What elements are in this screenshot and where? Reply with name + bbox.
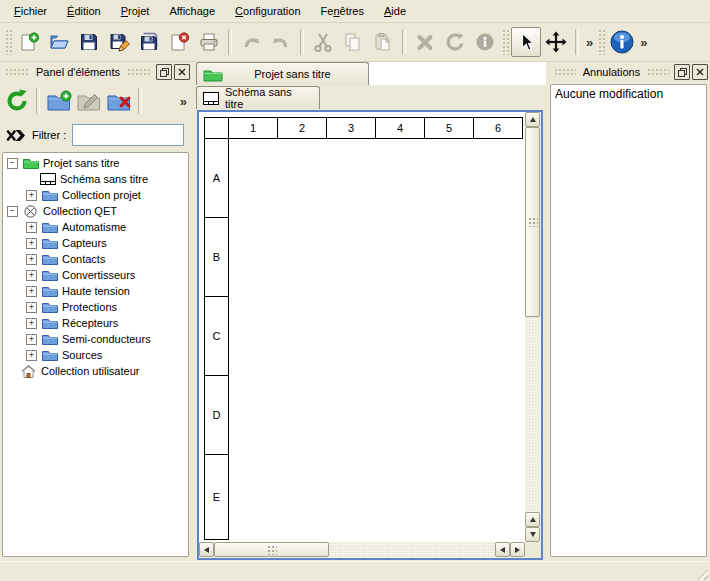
collapse-expander-icon[interactable]: −: [7, 158, 18, 169]
menu-aide[interactable]: Aide: [374, 2, 416, 20]
undo-panel-titlebar[interactable]: Annulations: [549, 62, 710, 82]
float-panel-button[interactable]: [156, 64, 172, 80]
vertical-scrollbar-thumb[interactable]: [525, 127, 540, 317]
horizontal-scrollbar[interactable]: [199, 542, 525, 558]
horizontal-scrollbar-thumb[interactable]: [214, 542, 329, 557]
scroll-left-button[interactable]: [495, 542, 510, 557]
tree-item-recepteurs[interactable]: +Récepteurs: [3, 315, 188, 331]
expand-expander-icon[interactable]: +: [26, 270, 37, 281]
close-panel-button[interactable]: [174, 64, 190, 80]
menu-edition[interactable]: Édition: [57, 2, 111, 20]
resize-grip[interactable]: [695, 567, 708, 580]
menu-fichier[interactable]: Fichier: [4, 2, 57, 20]
menu-affichage[interactable]: Affichage: [159, 2, 225, 20]
expand-expander-icon[interactable]: +: [26, 222, 37, 233]
cut-button[interactable]: [308, 27, 338, 57]
undo-list-item[interactable]: Aucune modification: [551, 85, 706, 103]
panel-toolbar-extension-button[interactable]: »: [177, 94, 190, 109]
expand-expander-icon[interactable]: +: [26, 318, 37, 329]
scroll-left-button[interactable]: [199, 542, 214, 557]
qelectrotech-window: { "menubar": { "items": [ {"label": "Fic…: [0, 0, 710, 581]
information-button[interactable]: [470, 27, 500, 57]
scroll-up-button[interactable]: [525, 512, 540, 527]
undo-button[interactable]: [236, 27, 266, 57]
toolbar-separator: [228, 29, 232, 55]
expand-expander-icon[interactable]: +: [26, 254, 37, 265]
vertical-scrollbar[interactable]: [525, 112, 541, 542]
expand-expander-icon[interactable]: +: [26, 238, 37, 249]
tree-item-haute-tension[interactable]: +Haute tension: [3, 283, 188, 299]
save-all-icon: [138, 31, 160, 53]
schema-view[interactable]: 123456 ABCDE: [197, 110, 543, 560]
tab-projet-sans-titre[interactable]: Projet sans titre: [196, 62, 369, 85]
scroll-down-button[interactable]: [525, 527, 540, 542]
clear-filter-icon[interactable]: [6, 128, 26, 143]
undo-list[interactable]: Aucune modification: [550, 84, 707, 557]
toolbar-drag-handle[interactable]: [502, 29, 509, 55]
close-panel-button[interactable]: [692, 64, 708, 80]
undo-panel-dock: Annulations Aucune modification: [549, 62, 710, 560]
folder-delete-icon: [106, 89, 132, 113]
new-category-button[interactable]: [44, 86, 74, 116]
schema-canvas[interactable]: 123456 ABCDE: [199, 112, 541, 558]
delete-button[interactable]: [410, 27, 440, 57]
new-document-button[interactable]: [14, 27, 44, 57]
tree-item-collection-projet[interactable]: +Collection projet: [3, 187, 188, 203]
print-button[interactable]: [194, 27, 224, 57]
menu-configuration[interactable]: Configuration: [225, 2, 310, 20]
tree-item-contacts[interactable]: +Contacts: [3, 251, 188, 267]
tree-item-capteurs[interactable]: +Capteurs: [3, 235, 188, 251]
expand-expander-icon[interactable]: +: [26, 286, 37, 297]
column-header-4: 4: [375, 117, 425, 139]
tree-item-automatisme[interactable]: +Automatisme: [3, 219, 188, 235]
tab-schema-sans-titre[interactable]: Schéma sans titre: [196, 86, 320, 109]
scroll-up-button[interactable]: [525, 112, 540, 127]
horizontal-scrollbar-track[interactable]: [329, 542, 495, 558]
tree-item-schema-sans-titre[interactable]: Schéma sans titre: [3, 171, 188, 187]
toolbar-separator: [36, 88, 40, 114]
redo-button[interactable]: [266, 27, 296, 57]
copy-button[interactable]: [338, 27, 368, 57]
edit-category-button[interactable]: [74, 86, 104, 116]
filter-input[interactable]: [72, 124, 184, 146]
toolbar-extension-button[interactable]: »: [637, 35, 650, 50]
scroll-right-button[interactable]: [510, 542, 525, 557]
save-all-button[interactable]: [134, 27, 164, 57]
rotate-button[interactable]: [440, 27, 470, 57]
reload-collections-button[interactable]: [2, 86, 32, 116]
dock-grip-texture: [127, 68, 151, 76]
save-as-icon: [108, 31, 130, 53]
elements-panel-titlebar[interactable]: Panel d'éléments: [0, 62, 192, 82]
expand-expander-icon[interactable]: +: [26, 302, 37, 313]
float-panel-button[interactable]: [674, 64, 690, 80]
selection-arrow-button[interactable]: [511, 27, 541, 57]
tree-item-semi-conducteurs[interactable]: +Semi-conducteurs: [3, 331, 188, 347]
menu-projet[interactable]: Projet: [111, 2, 160, 20]
tree-item-collection-utilisateur[interactable]: Collection utilisateur: [3, 363, 188, 379]
elements-tree[interactable]: −Projet sans titreSchéma sans titre+Coll…: [2, 152, 189, 557]
tree-item-convertisseurs[interactable]: +Convertisseurs: [3, 267, 188, 283]
save-button[interactable]: [74, 27, 104, 57]
vertical-scrollbar-track[interactable]: [525, 317, 541, 512]
toolbar-drag-handle[interactable]: [5, 29, 12, 55]
expand-expander-icon[interactable]: +: [26, 350, 37, 361]
undo-icon: [240, 31, 262, 53]
tree-item-collection-qet[interactable]: −Collection QET: [3, 203, 188, 219]
tree-item-projet-sans-titre[interactable]: −Projet sans titre: [3, 155, 188, 171]
toolbar-separator: [402, 29, 406, 55]
open-project-button[interactable]: [44, 27, 74, 57]
qet-information-button[interactable]: [607, 27, 637, 57]
expand-expander-icon[interactable]: +: [26, 190, 37, 201]
paste-button[interactable]: [368, 27, 398, 57]
menu-fenetres[interactable]: Fenêtres: [311, 2, 374, 20]
move-schema-button[interactable]: [541, 27, 571, 57]
toolbar-extension-button[interactable]: »: [583, 35, 596, 50]
close-document-button[interactable]: [164, 27, 194, 57]
delete-category-button[interactable]: [104, 86, 134, 116]
collapse-expander-icon[interactable]: −: [7, 206, 18, 217]
expand-expander-icon[interactable]: +: [26, 334, 37, 345]
tree-item-protections[interactable]: +Protections: [3, 299, 188, 315]
save-as-button[interactable]: [104, 27, 134, 57]
tree-item-sources[interactable]: +Sources: [3, 347, 188, 363]
toolbar-drag-handle[interactable]: [598, 29, 605, 55]
